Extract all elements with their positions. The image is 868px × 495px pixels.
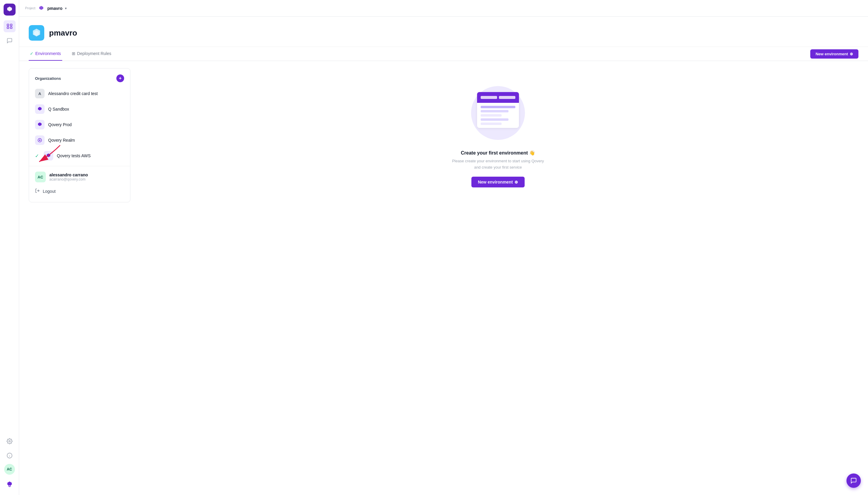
svg-point-12 <box>39 140 41 141</box>
project-label: Project <box>25 6 35 10</box>
empty-new-env-label: New environment <box>478 180 513 184</box>
svg-rect-3 <box>10 27 12 29</box>
org-name-qoverytests: Qovery tests AWS <box>57 153 90 158</box>
logout-label: Logout <box>43 189 56 194</box>
header-project-chevron[interactable]: ▾ <box>65 6 67 11</box>
tab-deployment-label: Deployment Rules <box>77 51 111 56</box>
tabs-bar: ✓ Environments ⊞ Deployment Rules New en… <box>19 47 868 61</box>
empty-card <box>477 92 519 128</box>
tab-deployment-rules[interactable]: ⊞ Deployment Rules <box>71 47 113 61</box>
org-avatar-qoveryrealm <box>35 135 45 145</box>
org-add-button[interactable]: + <box>116 74 124 82</box>
org-panel-header: Organizations + <box>29 73 130 86</box>
user-email: acarrano@qovery.com <box>49 177 88 182</box>
org-name-alessandro: Alessandro credit card test <box>48 91 98 96</box>
sidebar-settings-icon[interactable] <box>4 435 16 447</box>
org-name-qoveryrealm: Qovery Realm <box>48 138 75 142</box>
new-env-plus-icon: ⊕ <box>850 52 853 56</box>
new-environment-button[interactable]: New environment ⊕ <box>810 49 858 58</box>
empty-new-env-plus: ⊕ <box>515 180 518 184</box>
tab-deployment-icon: ⊞ <box>72 51 76 56</box>
empty-card-row-5 <box>481 122 502 125</box>
empty-illustration <box>468 83 528 143</box>
tab-environments[interactable]: ✓ Environments <box>29 47 62 61</box>
empty-state: Create your first environment 👋 Please c… <box>138 68 858 202</box>
org-name-qsandbox: Q Sandbox <box>48 107 69 112</box>
main-layout: Organizations + A Alessandro credit card… <box>19 61 868 209</box>
org-avatar-qoveryprod <box>35 120 45 130</box>
sidebar-qovery-icon[interactable] <box>4 478 16 490</box>
tab-environments-label: Environments <box>35 51 61 56</box>
new-env-label: New environment <box>816 52 848 56</box>
svg-rect-2 <box>7 27 9 29</box>
svg-rect-0 <box>7 24 9 26</box>
top-header: Project pmavro ▾ <box>19 0 868 17</box>
chat-support-button[interactable] <box>847 474 861 488</box>
sidebar-environments-icon[interactable] <box>4 20 16 32</box>
org-item-qoverytests[interactable]: ✓ Qovery tests AWS <box>29 148 130 164</box>
logout-item[interactable]: Logout <box>29 185 130 197</box>
empty-card-line-2 <box>499 96 515 99</box>
svg-point-9 <box>9 485 10 487</box>
project-icon-large <box>29 25 44 41</box>
org-item-alessandro[interactable]: A Alessandro credit card test <box>29 86 130 101</box>
project-title: pmavro <box>49 29 77 38</box>
tabs-action: New environment ⊕ <box>810 49 858 58</box>
org-avatar-qsandbox <box>35 104 45 114</box>
header-project-name: pmavro <box>47 6 63 11</box>
org-item-qoveryprod[interactable]: Qovery Prod <box>29 117 130 132</box>
svg-rect-1 <box>10 24 12 26</box>
sidebar-info-icon[interactable] <box>4 449 16 462</box>
empty-state-title: Create your first environment 👋 <box>461 150 535 156</box>
project-title-section: pmavro <box>19 17 868 47</box>
svg-point-4 <box>9 441 10 442</box>
empty-card-header <box>477 92 519 103</box>
empty-state-description: Please create your environment to start … <box>450 158 546 171</box>
user-avatar: AC <box>35 172 46 182</box>
empty-card-row-4 <box>481 118 508 121</box>
org-check-icon: ✓ <box>35 153 39 159</box>
empty-state-new-env-button[interactable]: New environment ⊕ <box>471 177 525 187</box>
organizations-panel: Organizations + A Alessandro credit card… <box>29 68 130 202</box>
user-section: AC alessandro carrano acarrano@qovery.co… <box>29 169 130 185</box>
user-avatar-sidebar[interactable]: AC <box>4 464 15 475</box>
app-logo[interactable] <box>4 4 16 16</box>
empty-card-row-2 <box>481 110 508 113</box>
sidebar-chat-icon[interactable] <box>4 35 16 47</box>
project-icon-small <box>38 5 45 12</box>
tab-environments-icon: ✓ <box>30 51 33 56</box>
empty-card-body <box>477 103 519 128</box>
org-item-qoveryrealm[interactable]: Qovery Realm <box>29 132 130 148</box>
org-avatar-qoverytests <box>44 151 53 160</box>
sidebar: AC <box>0 0 19 495</box>
org-divider <box>29 166 130 166</box>
org-name-qoveryprod: Qovery Prod <box>48 122 72 127</box>
org-panel-title: Organizations <box>35 76 61 81</box>
empty-card-row-3 <box>481 114 502 117</box>
main-content-area: Project pmavro ▾ <box>19 0 868 495</box>
logout-icon <box>35 188 40 194</box>
empty-card-line-1 <box>481 96 497 99</box>
org-avatar-alessandro: A <box>35 89 45 98</box>
user-name: alessandro carrano <box>49 172 88 177</box>
page-content: pmavro ✓ Environments ⊞ Deployment Rules… <box>19 17 868 495</box>
user-info: alessandro carrano acarrano@qovery.com <box>49 172 88 182</box>
org-item-qsandbox[interactable]: Q Sandbox <box>29 101 130 117</box>
empty-card-row-1 <box>481 106 515 108</box>
